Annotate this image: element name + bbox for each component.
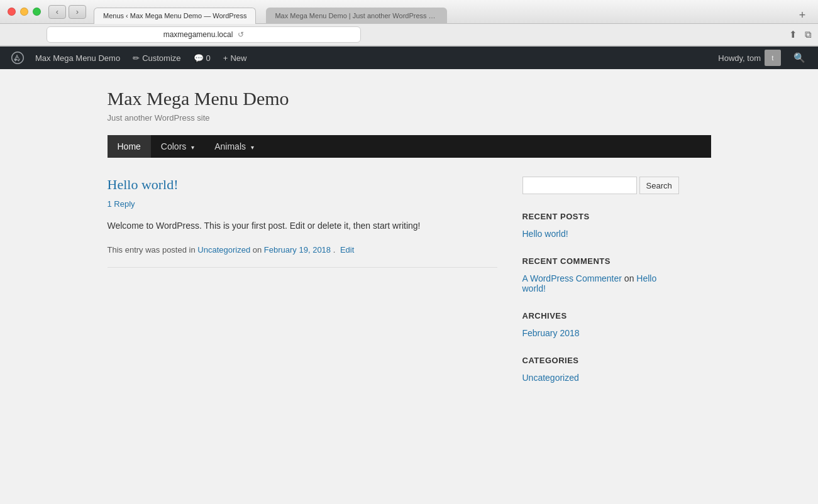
plus-icon: + [223,53,228,63]
address-bar-row: maxmegamenu.local ↺ ⬆ ⧉ [0,24,818,46]
forward-button[interactable]: › [69,5,86,19]
edit-post-link[interactable]: Edit [340,245,354,255]
customize-label: Customize [142,53,180,63]
site-header: Max Mega Menu Demo Just another WordPres… [108,88,711,123]
window-icon[interactable]: ⧉ [805,29,812,40]
tab-1[interactable]: Menus ‹ Max Mega Menu Demo — WordPress [94,8,256,24]
archive-link-0[interactable]: February 2018 [522,328,661,338]
admin-bar-site[interactable]: Max Mega Menu Demo [29,47,126,69]
customize-icon: ✏ [133,53,140,63]
back-button[interactable]: ‹ [48,5,66,19]
main-content: Hello world! 1 Reply Welcome to WordPres… [108,177,497,400]
nav-buttons: ‹ › [48,5,86,19]
nav-home-label: Home [118,141,141,151]
search-button[interactable]: Search [639,177,679,194]
nav-link-home[interactable]: Home [108,135,151,158]
nav-item-animals[interactable]: Animals ▾ [204,135,264,158]
nav-list: Home Colors ▾ Animals ▾ [108,135,711,158]
nav-animals-label: Animals [214,141,246,151]
browser-toolbar-right: ⬆ ⧉ [366,29,812,40]
mac-titlebar: ‹ › Menus ‹ Max Mega Menu Demo — WordPre… [0,0,818,47]
url-display: maxmegamenu.local [163,30,233,39]
nav-link-colors[interactable]: Colors ▾ [151,135,204,158]
recent-posts-title: RECENT POSTS [522,212,661,221]
admin-bar-customize[interactable]: ✏ Customize [126,47,187,69]
close-button[interactable] [8,8,16,16]
colors-arrow-icon: ▾ [191,144,194,151]
minimize-button[interactable] [20,8,28,16]
navigation-bar: Home Colors ▾ Animals ▾ [108,135,711,158]
categories-widget: CATEGORIES Uncategorized [522,356,661,383]
howdy-text: Howdy, tom [718,53,761,63]
site-description: Just another WordPress site [108,113,711,123]
admin-bar-right: Howdy, tom t 🔍 [712,47,812,69]
admin-search-button[interactable]: 🔍 [787,47,812,69]
site-inner: Max Mega Menu Demo Just another WordPres… [95,69,724,400]
tab-2-label: Max Mega Menu Demo | Just another WordPr… [275,12,438,19]
admin-bar-comments[interactable]: 💬 0 [187,47,217,69]
search-widget: Search [522,177,661,194]
wp-logo-icon [11,52,24,64]
meta-prefix: This entry was posted in [108,245,196,255]
content-area: Hello world! 1 Reply Welcome to WordPres… [108,177,711,400]
recent-post-link-0[interactable]: Hello world! [522,229,661,239]
address-bar[interactable]: maxmegamenu.local ↺ [47,26,361,43]
avatar: t [765,50,781,66]
reply-count[interactable]: 1 Reply [108,199,497,209]
maximize-button[interactable] [33,8,41,16]
tab-container: Menus ‹ Max Mega Menu Demo — WordPress M… [94,0,810,24]
search-icon: 🔍 [793,52,805,63]
meta-period: . [333,245,336,255]
site-name-label: Max Mega Menu Demo [35,53,120,63]
nav-link-animals[interactable]: Animals ▾ [204,135,264,158]
new-label: New [230,53,246,63]
nav-item-home[interactable]: Home [108,135,151,158]
archives-title: ARCHIVES [522,311,661,320]
title-bar: ‹ › Menus ‹ Max Mega Menu Demo — WordPre… [0,0,818,24]
nav-colors-label: Colors [161,141,186,151]
site-wrapper: Max Mega Menu Demo Just another WordPres… [0,69,818,504]
howdy-menu[interactable]: Howdy, tom t [712,47,787,69]
category-link-0[interactable]: Uncategorized [522,373,661,383]
post-meta: This entry was posted in Uncategorized o… [108,245,497,268]
site-title: Max Mega Menu Demo [108,88,711,109]
recent-comment-text: A WordPress Commenter on Hello world! [522,273,661,293]
admin-bar-new[interactable]: + New [217,47,253,69]
traffic-lights [8,8,41,16]
wp-logo[interactable] [6,47,29,69]
post-title[interactable]: Hello world! [108,177,497,193]
nav-item-colors[interactable]: Colors ▾ [151,135,204,158]
share-icon[interactable]: ⬆ [789,29,797,40]
archives-widget: ARCHIVES February 2018 [522,311,661,338]
meta-on: on [253,245,264,255]
commenter-link[interactable]: A WordPress Commenter [522,273,622,283]
comments-count: 0 [206,53,211,63]
avatar-initial: t [772,55,774,62]
recent-posts-widget: RECENT POSTS Hello world! [522,212,661,239]
animals-arrow-icon: ▾ [251,144,254,151]
sidebar: Search RECENT POSTS Hello world! RECENT … [522,177,661,400]
tab-1-label: Menus ‹ Max Mega Menu Demo — WordPress [103,12,246,19]
wp-admin-bar: Max Mega Menu Demo ✏ Customize 💬 0 + New… [0,47,818,69]
tab-2[interactable]: Max Mega Menu Demo | Just another WordPr… [266,8,447,24]
post-date-link[interactable]: February 19, 2018 [264,245,331,255]
reload-icon[interactable]: ↺ [238,30,244,39]
comments-icon: 💬 [194,53,204,63]
post-content: Welcome to WordPress. This is your first… [108,219,497,233]
recent-comments-widget: RECENT COMMENTS A WordPress Commenter on… [522,256,661,293]
on-text: on [624,273,634,283]
add-tab-button[interactable]: + [794,8,810,24]
post-category-link[interactable]: Uncategorized [197,245,250,255]
post-article: Hello world! 1 Reply Welcome to WordPres… [108,177,497,268]
categories-title: CATEGORIES [522,356,661,365]
search-input[interactable] [522,177,637,194]
recent-comments-title: RECENT COMMENTS [522,256,661,266]
